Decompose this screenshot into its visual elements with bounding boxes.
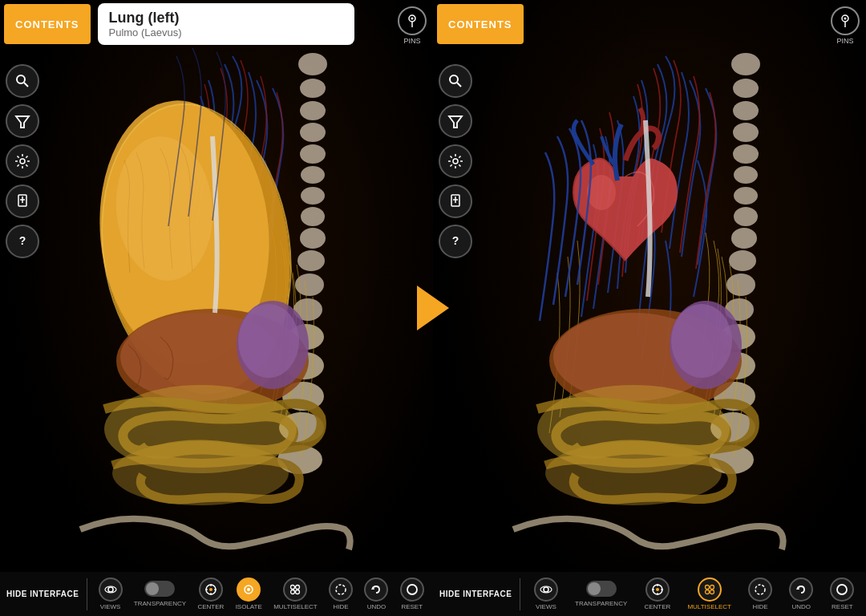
svg-point-3 <box>300 123 326 142</box>
svg-point-28 <box>411 18 414 20</box>
right-center-icon <box>645 578 670 602</box>
left-separator-1 <box>87 578 87 610</box>
left-reset-icon <box>400 578 424 602</box>
right-help-icon[interactable]: ? <box>439 225 472 258</box>
right-undo-icon <box>789 578 813 602</box>
svg-point-64 <box>726 274 755 296</box>
right-tool-hide[interactable]: HIDE <box>748 578 772 610</box>
right-views-label: VIEWS <box>536 603 556 610</box>
right-separator-1 <box>520 578 520 610</box>
right-reset-label: RESET <box>832 603 853 610</box>
left-isolate-icon <box>237 578 261 602</box>
right-views-icon <box>534 578 558 602</box>
right-pins-button[interactable]: PINS <box>831 6 860 45</box>
right-multiselect-icon <box>698 578 722 602</box>
left-pins-button[interactable]: PINS <box>398 6 427 45</box>
right-multiselect-label: MULTISELECT <box>687 603 731 610</box>
right-hide-interface-button[interactable]: HIDE INTERFACE <box>433 589 518 599</box>
left-views-icon <box>99 578 123 602</box>
right-toggle-knob <box>588 582 601 595</box>
right-tool-views[interactable]: VIEWS <box>534 578 558 610</box>
right-tool-undo[interactable]: UNDO <box>789 578 813 610</box>
right-hide-label: HIDE <box>753 603 768 610</box>
svg-point-75 <box>671 304 732 378</box>
svg-point-80 <box>450 75 458 83</box>
left-tool-hide[interactable]: HIDE <box>329 578 353 610</box>
left-contents-button[interactable]: CONTENTS <box>4 4 91 44</box>
left-multiselect-label: MULTISELECT <box>273 603 318 610</box>
right-tool-multiselect[interactable]: MULTISELECT <box>687 578 731 610</box>
left-search-icon[interactable] <box>6 64 39 98</box>
left-top-bar: CONTENTS Lung (left) Pulmo (Laevus) PINS <box>0 0 433 48</box>
left-isolate-label: ISOLATE <box>236 603 262 610</box>
svg-line-30 <box>24 83 28 87</box>
left-tool-undo[interactable]: UNDO <box>364 578 388 610</box>
right-top-bar: CONTENTS PINS <box>433 0 866 48</box>
svg-point-88 <box>544 587 548 592</box>
left-tool-isolate[interactable]: ISOLATE <box>236 578 262 610</box>
svg-point-37 <box>108 587 113 592</box>
svg-point-1 <box>300 79 326 98</box>
left-hide-icon <box>329 578 353 602</box>
svg-point-54 <box>731 53 760 75</box>
svg-point-97 <box>710 586 714 590</box>
svg-point-98 <box>705 590 709 594</box>
left-transparency-toggle[interactable] <box>144 581 175 597</box>
transition-arrow <box>417 286 449 330</box>
left-transparency-label: TRANSPARENCY <box>134 600 186 607</box>
right-bottom-bar: HIDE INTERFACE VIEWS TRANSPARENCY <box>433 572 866 616</box>
svg-point-79 <box>844 18 847 20</box>
right-panel: CONTENTS PINS <box>433 0 866 616</box>
left-anatomy-background <box>0 0 433 616</box>
left-info-popup: Lung (left) Pulmo (Laevus) <box>98 3 354 45</box>
right-transparency-toggle[interactable] <box>586 581 617 597</box>
right-search-icon[interactable] <box>439 64 472 98</box>
right-hide-interface-label: HIDE INTERFACE <box>439 590 512 598</box>
left-help-icon[interactable]: ? <box>6 225 39 258</box>
left-tool-multiselect[interactable]: MULTISELECT <box>273 578 318 610</box>
svg-point-46 <box>247 588 250 591</box>
svg-point-60 <box>734 187 758 205</box>
right-tool-center[interactable]: CENTER <box>644 578 670 610</box>
right-settings-icon[interactable] <box>439 144 472 178</box>
left-tool-transparency[interactable]: TRANSPARENCY <box>134 581 186 607</box>
left-tool-reset[interactable]: RESET <box>400 578 424 610</box>
svg-point-2 <box>300 101 326 120</box>
right-filter-icon[interactable] <box>439 104 472 138</box>
svg-point-55 <box>733 79 759 98</box>
svg-point-77 <box>545 441 722 505</box>
right-tool-reset[interactable]: RESET <box>830 578 854 610</box>
svg-point-53 <box>407 585 417 594</box>
left-center-icon <box>199 578 223 602</box>
left-filter-icon[interactable] <box>6 104 39 138</box>
svg-point-4 <box>300 144 326 164</box>
svg-point-91 <box>656 588 659 591</box>
left-bookmark-icon[interactable] <box>6 184 39 218</box>
right-tool-transparency[interactable]: TRANSPARENCY <box>575 581 627 607</box>
right-center-label: CENTER <box>644 603 670 610</box>
left-settings-icon[interactable] <box>6 144 39 178</box>
svg-point-63 <box>729 250 756 271</box>
svg-point-29 <box>17 75 25 83</box>
svg-point-7 <box>301 207 325 226</box>
right-reset-icon <box>830 578 854 602</box>
svg-point-6 <box>301 187 325 205</box>
svg-point-26 <box>112 441 289 505</box>
left-hide-interface-button[interactable]: HIDE INTERFACE <box>0 589 85 599</box>
left-info-subtitle: Pulmo (Laevus) <box>109 26 343 38</box>
left-panel: CONTENTS Lung (left) Pulmo (Laevus) PINS <box>0 0 433 616</box>
svg-point-99 <box>710 590 714 594</box>
left-tool-views[interactable]: VIEWS <box>99 578 123 610</box>
svg-text:?: ? <box>451 234 459 247</box>
right-undo-label: UNDO <box>791 603 811 610</box>
svg-point-59 <box>734 166 758 184</box>
right-bookmark-icon[interactable] <box>439 184 472 218</box>
svg-point-62 <box>731 228 757 249</box>
svg-point-61 <box>734 207 758 226</box>
svg-point-50 <box>296 590 300 594</box>
left-tool-center[interactable]: CENTER <box>197 578 224 610</box>
svg-marker-82 <box>449 116 462 128</box>
right-contents-button[interactable]: CONTENTS <box>437 4 524 44</box>
left-center-label: CENTER <box>197 603 224 610</box>
svg-point-56 <box>733 101 759 120</box>
